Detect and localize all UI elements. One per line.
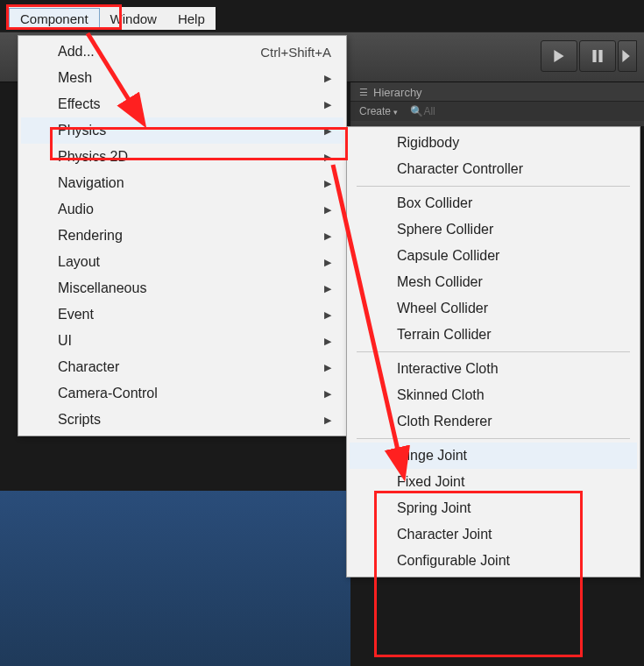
step-button[interactable] — [618, 40, 637, 72]
menu-item-label: Fixed Joint — [397, 474, 464, 490]
menu-item-miscellaneous[interactable]: Miscellaneous ▶ — [21, 275, 343, 301]
menu-separator — [357, 186, 630, 187]
menu-item-rendering[interactable]: Rendering ▶ — [21, 223, 343, 249]
menubar: Component Window Help — [9, 7, 216, 30]
menubar-window[interactable]: Window — [100, 9, 167, 29]
menu-item-label: Physics 2D — [58, 149, 128, 165]
component-menu: Add... Ctrl+Shift+A Mesh ▶ Effects ▶ Phy… — [18, 35, 347, 436]
submenu-box-collider[interactable]: Box Collider — [350, 190, 637, 216]
menu-item-ui[interactable]: UI ▶ — [21, 328, 343, 354]
chevron-right-icon: ▶ — [324, 204, 331, 216]
hierarchy-label: Hierarchy — [373, 86, 422, 99]
submenu-terrain-collider[interactable]: Terrain Collider — [350, 322, 637, 348]
hierarchy-toolbar: Create ▾ 🔍All — [350, 101, 644, 121]
menu-item-label: Scripts — [58, 412, 101, 428]
menu-item-label: Character Joint — [397, 527, 492, 542]
menu-item-label: Physics — [58, 123, 106, 138]
menu-item-label: Wheel Collider — [397, 301, 488, 316]
menu-item-label: Hinge Joint — [397, 448, 467, 464]
menubar-component[interactable]: Component — [9, 8, 100, 30]
menu-item-label: Skinned Cloth — [397, 387, 485, 403]
submenu-hinge-joint[interactable]: Hinge Joint — [350, 443, 637, 469]
menu-item-label: Audio — [58, 202, 94, 217]
submenu-rigidbody[interactable]: Rigidbody — [350, 130, 637, 156]
menu-item-shortcut: Ctrl+Shift+A — [260, 45, 331, 60]
submenu-interactive-cloth[interactable]: Interactive Cloth — [350, 356, 637, 382]
submenu-fixed-joint[interactable]: Fixed Joint — [350, 469, 637, 495]
play-controls — [541, 40, 637, 72]
chevron-right-icon: ▶ — [324, 73, 331, 84]
menu-item-label: Effects — [58, 96, 101, 112]
menu-item-navigation[interactable]: Navigation ▶ — [21, 170, 343, 196]
menu-item-label: Box Collider — [397, 195, 472, 211]
menu-item-label: Spring Joint — [397, 500, 471, 516]
hierarchy-search[interactable]: 🔍All — [410, 105, 435, 117]
chevron-right-icon: ▶ — [324, 283, 331, 294]
chevron-right-icon: ▶ — [324, 230, 331, 242]
menu-item-label: Rigidbody — [397, 135, 459, 151]
svg-marker-0 — [554, 50, 563, 62]
menu-item-mesh[interactable]: Mesh ▶ — [21, 65, 343, 91]
submenu-spring-joint[interactable]: Spring Joint — [350, 495, 637, 521]
chevron-right-icon: ▶ — [324, 125, 331, 137]
menu-item-physics2d[interactable]: Physics 2D ▶ — [21, 144, 343, 170]
submenu-skinned-cloth[interactable]: Skinned Cloth — [350, 382, 637, 408]
hierarchy-panel: ☰ Hierarchy Create ▾ 🔍All — [350, 82, 644, 126]
hierarchy-create-dropdown[interactable]: Create ▾ — [359, 105, 398, 117]
submenu-character-joint[interactable]: Character Joint — [350, 521, 637, 548]
chevron-right-icon: ▶ — [324, 336, 331, 347]
submenu-configurable-joint[interactable]: Configurable Joint — [350, 548, 637, 574]
menu-item-physics[interactable]: Physics ▶ — [21, 117, 343, 144]
submenu-cloth-renderer[interactable]: Cloth Renderer — [350, 408, 637, 435]
menu-item-event[interactable]: Event ▶ — [21, 301, 343, 328]
chevron-right-icon: ▶ — [324, 257, 331, 268]
menu-item-audio[interactable]: Audio ▶ — [21, 196, 343, 223]
menu-item-layout[interactable]: Layout ▶ — [21, 249, 343, 275]
menu-item-scripts[interactable]: Scripts ▶ — [21, 407, 343, 433]
menu-separator — [357, 438, 630, 439]
hierarchy-tab[interactable]: ☰ Hierarchy — [350, 82, 644, 101]
submenu-mesh-collider[interactable]: Mesh Collider — [350, 269, 637, 295]
scene-view-panel — [0, 491, 350, 666]
chevron-right-icon: ▶ — [324, 362, 331, 373]
chevron-right-icon: ▶ — [324, 388, 331, 400]
menu-item-effects[interactable]: Effects ▶ — [21, 91, 343, 117]
menu-item-label: Rendering — [58, 228, 123, 244]
play-button[interactable] — [541, 40, 577, 72]
menu-item-label: Add... — [58, 44, 95, 60]
menu-item-character[interactable]: Character ▶ — [21, 354, 343, 380]
chevron-right-icon: ▶ — [324, 414, 331, 426]
svg-rect-2 — [598, 50, 602, 62]
menu-item-label: UI — [58, 333, 72, 349]
chevron-right-icon: ▶ — [324, 178, 331, 189]
menu-item-label: Camera-Control — [58, 386, 158, 401]
menubar-help[interactable]: Help — [167, 9, 216, 29]
chevron-right-icon: ▶ — [324, 309, 331, 321]
physics-submenu: Rigidbody Character Controller Box Colli… — [346, 126, 640, 577]
menu-item-label: Interactive Cloth — [397, 361, 499, 377]
menu-item-label: Terrain Collider — [397, 327, 492, 343]
menu-item-label: Capsule Collider — [397, 248, 499, 264]
pause-button[interactable] — [579, 40, 616, 72]
menu-item-label: Character — [58, 359, 119, 375]
menu-item-label: Cloth Renderer — [397, 414, 492, 429]
menu-item-add[interactable]: Add... Ctrl+Shift+A — [21, 39, 343, 65]
play-icon — [553, 50, 565, 62]
menu-item-label: Mesh — [58, 70, 92, 86]
chevron-right-icon: ▶ — [324, 99, 331, 110]
chevron-right-icon: ▶ — [324, 152, 331, 163]
menu-item-label: Configurable Joint — [397, 553, 510, 569]
menu-item-label: Miscellaneous — [58, 280, 146, 296]
submenu-character-controller[interactable]: Character Controller — [350, 156, 637, 182]
submenu-sphere-collider[interactable]: Sphere Collider — [350, 216, 637, 243]
menu-item-camera-control[interactable]: Camera-Control ▶ — [21, 380, 343, 407]
submenu-wheel-collider[interactable]: Wheel Collider — [350, 295, 637, 322]
menu-item-label: Sphere Collider — [397, 222, 493, 237]
pause-icon — [591, 50, 604, 62]
menu-item-label: Event — [58, 307, 94, 322]
menu-item-label: Layout — [58, 254, 100, 270]
menu-item-label: Navigation — [58, 175, 124, 191]
menu-separator — [357, 351, 630, 352]
submenu-capsule-collider[interactable]: Capsule Collider — [350, 243, 637, 269]
menu-item-label: Character Controller — [397, 161, 523, 177]
